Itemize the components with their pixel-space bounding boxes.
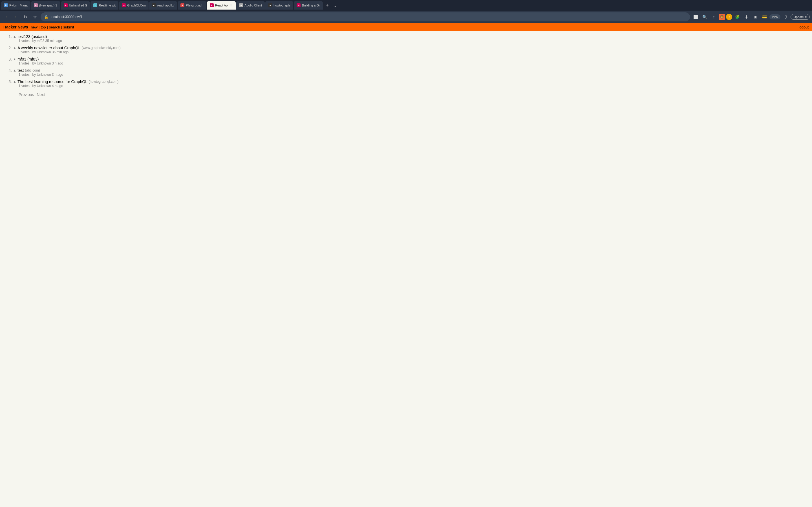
brave-shield-button[interactable]: 🦁: [719, 14, 725, 20]
zoom-button[interactable]: 🔍: [701, 13, 709, 21]
next-button[interactable]: Next: [37, 93, 45, 97]
tab-graphqlcon[interactable]: ✳ GraphQLCon: [119, 1, 148, 10]
time-1: 35 min ago: [45, 39, 62, 43]
time-4: 3 h ago: [52, 73, 63, 76]
hn-nav: Hacker News new | top | search | submit: [3, 25, 75, 29]
upvote-2[interactable]: ▲: [13, 46, 16, 50]
update-button[interactable]: Update ≡: [791, 14, 810, 20]
upvote-1[interactable]: ▲: [13, 35, 16, 39]
news-item-5: 5. ▲ The best learning resource for Grap…: [6, 79, 806, 88]
hn-nav-submit[interactable]: submit: [63, 25, 74, 29]
by-1: mf03: [37, 39, 45, 43]
moon-button[interactable]: ☽: [781, 13, 790, 21]
app-container: Hacker News new | top | search | submit …: [0, 23, 812, 105]
bookmark-button[interactable]: ☆: [31, 13, 39, 21]
share-button[interactable]: ↑: [710, 13, 718, 21]
wallet-button[interactable]: 💳: [760, 13, 768, 21]
news-meta-5: 1 votes | by Unknown 4 h ago: [18, 84, 806, 88]
news-title-2[interactable]: A weekly newsletter about GraphQL: [17, 46, 80, 50]
hn-nav-sep-2: |: [47, 25, 48, 29]
tab-howtographi[interactable]: ● howtographi: [265, 1, 293, 10]
by-5: Unknown: [37, 84, 51, 88]
news-meta-4: 1 votes | by Unknown 3 h ago: [18, 73, 806, 76]
tab-unhandled[interactable]: ✳ Unhandled G: [61, 1, 90, 10]
hn-brand: Hacker News: [3, 25, 28, 29]
forward-button[interactable]: ›: [12, 13, 20, 21]
previous-button[interactable]: Previous: [18, 93, 34, 97]
update-label: Update: [794, 15, 804, 18]
hn-nav-top[interactable]: top: [40, 25, 46, 29]
news-domain-2: (www.graphqlweekly.com): [82, 46, 121, 50]
tab-playground[interactable]: ✳ Playground -: [177, 1, 206, 10]
extensions-button[interactable]: 🧩: [733, 13, 741, 21]
tab-favicon: A: [34, 3, 38, 7]
tab-overflow-button[interactable]: ⌄: [332, 3, 339, 8]
tab-label: react-apollo/: [157, 4, 174, 7]
tab-label: Unhandled G: [69, 4, 87, 7]
tab-favicon: P: [4, 3, 8, 7]
tab-realtime[interactable]: ≈ Realtime wit: [91, 1, 118, 10]
tab-favicon: ✳: [64, 3, 68, 7]
upvote-3[interactable]: ▲: [13, 57, 16, 61]
tab-apollo-client[interactable]: A Apollo Client: [236, 1, 265, 10]
tab-bar: P Pylon - Mana A (New grad) S ✳ Unhandle…: [0, 0, 812, 11]
logout-button[interactable]: logout: [799, 25, 809, 29]
reload-button[interactable]: ↻: [21, 13, 29, 21]
tab-building[interactable]: ✳ Building a Gr: [294, 1, 323, 10]
hn-nav-search[interactable]: search: [49, 25, 61, 29]
vpn-button[interactable]: VPN: [769, 14, 780, 19]
by-3: Unknown: [37, 61, 51, 65]
pagination: Previous Next: [18, 93, 806, 97]
download-button[interactable]: ⬇: [742, 13, 750, 21]
votes-5: 1 votes: [18, 84, 30, 88]
news-item-1: 1. ▲ test123 (asdasd) 1 votes | by mf03 …: [6, 34, 806, 43]
sidebar-button[interactable]: ▣: [751, 13, 759, 21]
news-title-row-5: 5. ▲ The best learning resource for Grap…: [6, 79, 806, 84]
by-2: Unknown: [37, 50, 51, 54]
address-bar[interactable]: 🔒 localhost:3000/new/1: [41, 12, 690, 21]
hn-nav-new[interactable]: new: [30, 25, 38, 29]
time-5: 4 h ago: [52, 84, 63, 88]
news-title-3[interactable]: mf03 (mf03): [17, 57, 39, 61]
tab-label: howtographi: [273, 4, 290, 7]
upvote-5[interactable]: ▲: [13, 80, 16, 83]
news-num-2: 2.: [6, 46, 12, 50]
news-title-4[interactable]: test: [17, 68, 24, 73]
tab-reactap[interactable]: ✳ React Ap ✕: [207, 1, 236, 10]
url-text: localhost:3000/new/1: [51, 15, 687, 19]
toolbar-right: ⬜ 🔍 ↑ 🦁 ! 🧩 ⬇ ▣ 💳 VPN ☽ Update ≡: [692, 13, 810, 21]
upvote-4[interactable]: ▲: [13, 68, 16, 72]
cast-button[interactable]: ⬜: [692, 13, 700, 21]
tab-favicon: ✳: [122, 3, 126, 7]
news-item-4: 4. ▲ test (abc.com) 1 votes | by Unknown…: [6, 68, 806, 76]
time-3: 3 h ago: [52, 61, 63, 65]
news-num-1: 1.: [6, 34, 12, 39]
news-title-row-3: 3. ▲ mf03 (mf03): [6, 57, 806, 61]
tab-newgrad[interactable]: A (New grad) S: [31, 1, 60, 10]
tab-label: Playground -: [186, 4, 203, 7]
tab-label: Pylon - Mana: [9, 4, 28, 7]
news-num-4: 4.: [6, 68, 12, 73]
lock-icon: 🔒: [44, 15, 49, 19]
votes-1: 1 votes: [18, 39, 30, 43]
tab-label: React Ap: [215, 4, 228, 7]
back-button[interactable]: ‹: [2, 13, 10, 21]
votes-4: 1 votes: [18, 73, 30, 76]
tab-favicon: ●: [268, 3, 272, 7]
tab-react-apollo[interactable]: ● react-apollo/: [149, 1, 177, 10]
add-tab-button[interactable]: +: [323, 1, 331, 9]
news-domain-4: (abc.com): [25, 68, 40, 72]
browser-toolbar: ‹ › ↻ ☆ 🔒 localhost:3000/new/1 ⬜ 🔍 ↑ 🦁 !…: [0, 11, 812, 23]
news-item-3: 3. ▲ mf03 (mf03) 1 votes | by Unknown 3 …: [6, 57, 806, 65]
news-title-row-1: 1. ▲ test123 (asdasd): [6, 34, 806, 39]
tab-pylon[interactable]: P Pylon - Mana: [1, 1, 31, 10]
warning-badge[interactable]: !: [726, 14, 732, 20]
news-title-1[interactable]: test123 (asdasd): [17, 34, 47, 39]
news-title-row-2: 2. ▲ A weekly newsletter about GraphQL (…: [6, 46, 806, 50]
news-title-5[interactable]: The best learning resource for GraphQL: [17, 79, 87, 84]
tab-favicon: ✳: [297, 3, 301, 7]
news-num-3: 3.: [6, 57, 12, 61]
votes-2: 0 votes: [18, 50, 30, 54]
hn-nav-sep-1: |: [39, 25, 40, 29]
tab-close-icon[interactable]: ✕: [229, 3, 233, 7]
